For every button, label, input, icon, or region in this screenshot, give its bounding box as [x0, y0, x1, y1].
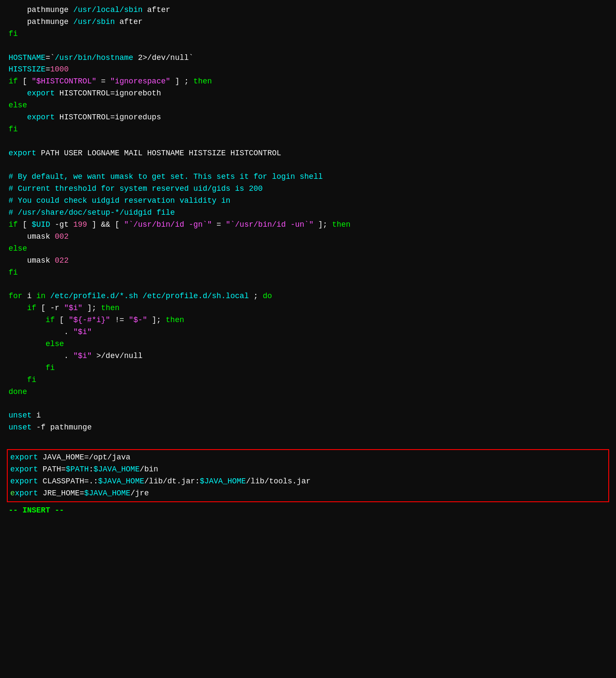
- insert-mode-label: -- INSERT --: [9, 506, 64, 515]
- code-line-17: # You could check uidgid reservation val…: [9, 195, 607, 207]
- code-line-10: export HISTCONTROL=ignoredups: [9, 112, 607, 124]
- code-line-20: umask 002: [9, 231, 607, 243]
- code-area[interactable]: pathmunge /usr/local/sbin after pathmung…: [0, 4, 616, 446]
- editor-container: pathmunge /usr/local/sbin after pathmung…: [0, 0, 616, 678]
- code-line-9: else: [9, 100, 607, 112]
- code-line-11: fi: [9, 124, 607, 136]
- code-line-36: unset -f pathmunge: [9, 422, 607, 434]
- code-line-12: [9, 136, 607, 148]
- code-line-15: # By default, we want umask to get set. …: [9, 171, 607, 183]
- code-line-30: . "$i" >/dev/null: [9, 350, 607, 362]
- code-line-37: [9, 434, 607, 446]
- code-line-25: for i in /etc/profile.d/*.sh /etc/profil…: [9, 290, 607, 302]
- code-line-28: . "$i": [9, 326, 607, 338]
- code-line-23: fi: [9, 267, 607, 279]
- code-line-5: HOSTNAME=`/usr/bin/hostname 2>/dev/null`: [9, 52, 607, 64]
- code-line-6: HISTSIZE=1000: [9, 64, 607, 76]
- code-line-40: export CLASSPATH=.:$JAVA_HOME/lib/dt.jar…: [10, 476, 606, 488]
- code-line-8: export HISTCONTROL=ignoreboth: [9, 88, 607, 100]
- code-line-22: umask 022: [9, 255, 607, 267]
- code-line-34: [9, 398, 607, 410]
- code-line-38: export JAVA_HOME=/opt/java: [10, 452, 606, 464]
- code-line-33: done: [9, 386, 607, 398]
- code-line-29: else: [9, 338, 607, 350]
- code-line-18: # /usr/share/doc/setup-*/uidgid file: [9, 207, 607, 219]
- code-line-14: [9, 160, 607, 172]
- code-line-4: [9, 40, 607, 52]
- code-line-7: if [ "$HISTCONTROL" = "ignorespace" ] ; …: [9, 76, 607, 88]
- code-line-16: # Current threshold for system reserved …: [9, 183, 607, 195]
- highlighted-java-section: export JAVA_HOME=/opt/java export PATH=$…: [7, 449, 609, 502]
- code-line-31: fi: [9, 362, 607, 374]
- code-line-26: if [ -r "$i" ]; then: [9, 302, 607, 314]
- code-line-13: export PATH USER LOGNAME MAIL HOSTNAME H…: [9, 148, 607, 160]
- code-line-24: [9, 278, 607, 290]
- code-line-41: export JRE_HOME=$JAVA_HOME/jre: [10, 488, 606, 500]
- code-line-35: unset i: [9, 410, 607, 422]
- code-line-1: pathmunge /usr/local/sbin after: [9, 4, 607, 16]
- code-line-2: pathmunge /usr/sbin after: [9, 16, 607, 28]
- status-bar: -- INSERT --: [0, 503, 616, 518]
- code-line-32: fi: [9, 374, 607, 386]
- code-line-27: if [ "${-#*i}" != "$-" ]; then: [9, 314, 607, 326]
- code-line-19: if [ $UID -gt 199 ] && [ "`/usr/bin/id -…: [9, 219, 607, 231]
- code-line-39: export PATH=$PATH:$JAVA_HOME/bin: [10, 464, 606, 476]
- code-line-3: fi: [9, 28, 607, 40]
- code-line-21: else: [9, 243, 607, 255]
